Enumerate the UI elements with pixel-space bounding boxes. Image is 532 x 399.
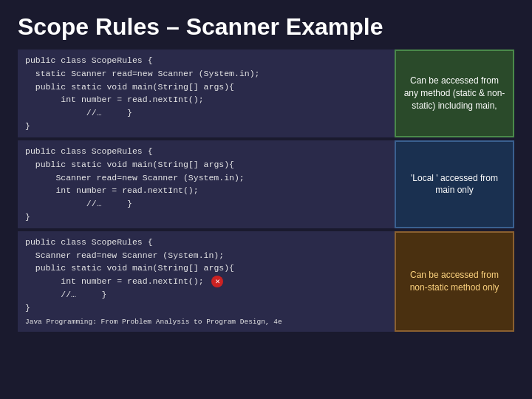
footer-text: Java Programming: From Problem Analysis … — [25, 318, 282, 326]
code-area-1: public class ScopeRules { static Scanner… — [18, 50, 395, 137]
code-block-1: public class ScopeRules { static Scanner… — [18, 50, 514, 137]
code-block-2: public class ScopeRules { public static … — [18, 140, 514, 228]
slide: Scope Rules – Scanner Example public cla… — [0, 0, 532, 399]
error-icon: ✕ — [211, 276, 223, 287]
annotation-2: 'Local ' accessed from main only — [395, 140, 514, 228]
code-area-3: public class ScopeRules { Scanner read=n… — [18, 231, 395, 332]
annotation-3: Can be accessed from non-static method o… — [395, 231, 514, 332]
annotation-1: Can be accessed from any method (static … — [395, 50, 514, 137]
code-block-3: public class ScopeRules { Scanner read=n… — [18, 231, 514, 332]
slide-title: Scope Rules – Scanner Example — [18, 13, 514, 41]
code-area-2: public class ScopeRules { public static … — [18, 140, 395, 228]
